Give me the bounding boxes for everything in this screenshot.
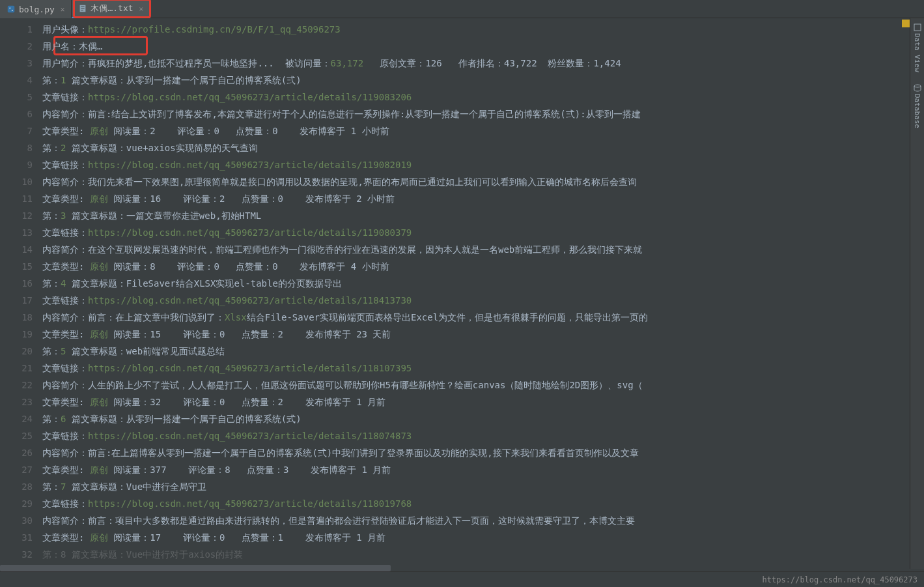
code-line: 文章类型: 原创 阅读量：17 评论量：0 点赞量：1 发布博客于 1 月前 [42,529,924,546]
warning-icon [902,20,910,27]
code-line: 文章类型: 原创 阅读量：15 评论量：0 点赞量：2 发布博客于 23 天前 [42,326,924,343]
line-number: 19 [0,326,33,343]
line-number: 10 [0,173,33,190]
code-line: 第：6 篇文章标题：从零到一搭建一个属于自己的博客系统(式) [42,410,924,427]
line-number: 22 [0,377,33,394]
editor-area: 1234567891011121314151617181920212223242… [0,18,924,569]
line-number: 2 [0,38,33,55]
line-number: 6 [0,106,33,122]
svg-rect-7 [914,24,921,31]
svg-point-8 [914,85,921,87]
line-number: 12 [0,207,33,224]
code-line: 文章链接：https://blog.csdn.net/qq_45096273/a… [42,292,924,309]
tab-bolg-py[interactable]: bolg.py ✕ [0,0,72,18]
tab-label: bolg.py [19,5,55,14]
panel-label: Database [913,94,921,128]
line-number: 8 [0,139,33,156]
line-number: 16 [0,275,33,292]
line-number: 1 [0,21,33,38]
right-tool-panel: Data View Database [910,18,924,569]
status-bar: https://blog.csdn.net/qq_45096273 [0,571,924,587]
close-icon[interactable]: ✕ [139,5,144,13]
editor-tabs: bolg.py ✕ 木偶….txt ✕ [0,0,924,18]
code-line: 文章类型: 原创 阅读量：8 评论量：0 点赞量：0 发布博客于 4 小时前 [42,258,924,275]
database-tab[interactable]: Database [913,84,921,128]
code-line: 内容简介：前言:结合上文讲到了博客发布,本篇文章进行对于个人的信息进行一系列操作… [42,106,924,122]
tab-label: 木偶….txt [91,3,133,14]
line-number: 24 [0,410,33,427]
line-number: 23 [0,394,33,410]
line-number: 20 [0,343,33,360]
line-number: 4 [0,72,33,89]
watermark-url: https://blog.csdn.net/qq_45096273 [763,575,917,584]
code-line: 内容简介：前言:在上篇博客从零到一搭建一个属于自己的博客系统(弍)中我们讲到了登… [42,444,924,461]
line-number: 9 [0,156,33,173]
line-number: 13 [0,224,33,241]
inspection-marker[interactable] [902,20,910,46]
code-line: 第：3 篇文章标题：一篇文章带你走进web,初始HTML [42,207,924,224]
line-number: 7 [0,122,33,139]
code-line: 文章链接：https://blog.csdn.net/qq_45096273/a… [42,224,924,241]
line-number: 3 [0,55,33,72]
horizontal-scrollbar[interactable] [0,565,910,571]
svg-point-1 [9,7,10,8]
svg-rect-0 [8,6,15,13]
line-number: 15 [0,258,33,275]
line-number: 5 [0,89,33,106]
line-number: 18 [0,309,33,326]
line-number: 17 [0,292,33,309]
line-number: 26 [0,444,33,461]
line-number: 14 [0,241,33,258]
line-number: 30 [0,512,33,529]
code-line: 内容简介：人生的路上少不了尝试，人人都是打工人，但愿这份面试题可以帮助到你H5有… [42,377,924,394]
panel-label: Data View [913,33,921,72]
code-line: 内容简介：前言：在上篇文章中我们说到了：Xlsx结合File-Saver实现前端… [42,309,924,326]
python-file-icon [7,5,16,14]
text-file-icon [78,4,87,13]
code-line: 第：5 篇文章标题：web前端常见面试题总结 [42,343,924,360]
code-line: 文章链接：https://blog.csdn.net/qq_45096273/a… [42,360,924,377]
svg-rect-9 [902,20,910,27]
data-view-tab[interactable]: Data View [913,23,921,72]
line-number: 28 [0,478,33,495]
code-line: 文章类型: 原创 阅读量：2 评论量：0 点赞量：0 发布博客于 1 小时前 [42,122,924,139]
line-number: 21 [0,360,33,377]
line-number: 25 [0,427,33,444]
code-line: 文章链接：https://blog.csdn.net/qq_45096273/a… [42,427,924,444]
scrollbar-thumb[interactable] [0,565,391,571]
svg-point-2 [12,10,13,11]
code-line: 第：4 篇文章标题：FileSaver结合XLSX实现el-table的分页数据… [42,275,924,292]
code-line: 文章链接：https://blog.csdn.net/qq_45096273/a… [42,89,924,106]
code-line: 内容简介：前言：项目中大多数都是通过路由来进行跳转的，但是普遍的都会进行登陆验证… [42,512,924,529]
code-line: 内容简介：我们先来看一下效果图,原理很简单就是接口的调用以及数据的呈现,界面的布… [42,173,924,190]
tab-txt[interactable]: 木偶….txt ✕ [72,0,150,18]
line-number-gutter: 1234567891011121314151617181920212223242… [0,18,42,569]
code-line: 第：2 篇文章标题：vue+axios实现简易的天气查询 [42,139,924,156]
line-number: 11 [0,190,33,207]
code-line: 文章链接：https://blog.csdn.net/qq_45096273/a… [42,495,924,512]
code-line: 文章类型: 原创 阅读量：377 评论量：8 点赞量：3 发布博客于 1 月前 [42,461,924,478]
line-number: 32 [0,546,33,563]
code-content[interactable]: 用户头像：https://profile.csdnimg.cn/9/B/F/1_… [42,18,924,569]
close-icon[interactable]: ✕ [61,5,65,14]
line-number: 27 [0,461,33,478]
line-number: 29 [0,495,33,512]
code-line: 文章类型: 原创 阅读量：16 评论量：2 点赞量：0 发布博客于 2 小时前 [42,190,924,207]
code-line: 文章链接：https://blog.csdn.net/qq_45096273/a… [42,156,924,173]
code-line: 用户头像：https://profile.csdnimg.cn/9/B/F/1_… [42,21,924,38]
code-line: 第：8 篇文章标题：Vue中进行对于axios的封装 [42,546,924,563]
code-line: 文章类型: 原创 阅读量：32 评论量：0 点赞量：2 发布博客于 1 月前 [42,394,924,410]
code-line: 第：7 篇文章标题：Vue中进行全局守卫 [42,478,924,495]
line-number: 31 [0,529,33,546]
code-line: 用户名：木偶… [42,38,924,55]
code-line: 用户简介：再疯狂的梦想,也抵不过程序员一味地坚持... 被访问量：63,172 … [42,55,924,72]
code-line: 第：1 篇文章标题：从零到一搭建一个属于自己的博客系统(弍) [42,72,924,89]
code-line: 内容简介：在这个互联网发展迅速的时代，前端工程师也作为一门很吃香的行业在迅速的发… [42,241,924,258]
